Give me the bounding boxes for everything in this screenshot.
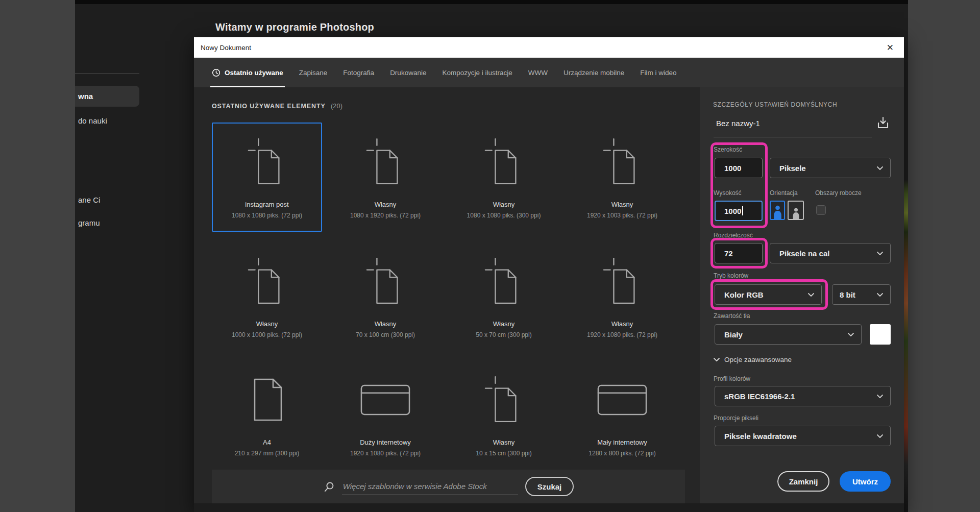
height-input[interactable]: 1000 [715, 201, 763, 221]
stock-search-input[interactable] [342, 478, 518, 495]
preset-size: 10 x 15 cm (300 ppi) [476, 450, 531, 457]
tab-label: Kompozycje i ilustracje [442, 69, 512, 77]
chevron-down-icon [877, 434, 883, 438]
dialog-bottom-band [194, 503, 904, 512]
preset-size: 1000 x 1000 piks. (72 ppi) [232, 331, 302, 338]
custom-document-icon [484, 257, 523, 305]
bit-depth-value: 8 bit [840, 290, 855, 299]
tab-label: Zapisane [299, 69, 328, 77]
close-dialog-button[interactable]: Zamknij [777, 471, 829, 492]
settings-panel: SZCZEGÓŁY USTAWIEŃ DOMYŚLNYCH Bez nazwy-… [700, 87, 904, 512]
resolution-label: Rozdzielczość [714, 232, 753, 239]
preset-card[interactable]: Własny 1080 x 1920 piks. (72 ppi) [330, 123, 440, 232]
preset-size: 50 x 70 cm (300 ppi) [476, 331, 531, 338]
document-icon [252, 378, 282, 421]
text-cursor [742, 206, 743, 215]
tab-recent[interactable]: Ostatnio używane [212, 58, 283, 87]
color-mode-dropdown[interactable]: Kolor RGB [715, 284, 822, 305]
tab-mobile[interactable]: Urządzenie mobilne [564, 58, 624, 87]
preset-card[interactable]: Duży internetowy 1920 x 1080 piks. (72 p… [330, 360, 440, 470]
preset-card[interactable]: Własny 1080 x 1080 piks. (300 ppi) [449, 123, 559, 232]
preset-size: 1920 x 1080 piks. (72 ppi) [350, 450, 421, 457]
background-color-swatch[interactable] [870, 324, 891, 345]
screen-icon [597, 384, 647, 416]
sidebar-item-shared[interactable]: ane Ci [78, 196, 100, 204]
orientation-landscape-button[interactable] [788, 201, 804, 220]
custom-document-icon [366, 138, 405, 186]
document-name-underline [714, 137, 872, 137]
color-profile-dropdown[interactable]: sRGB IEC61966-2.1 [715, 386, 891, 406]
sidebar-item-learn[interactable]: do nauki [78, 116, 107, 125]
custom-document-icon [366, 257, 405, 305]
background-dropdown[interactable]: Biały [715, 324, 862, 345]
document-name-field[interactable]: Bez nazwy-1 [716, 119, 760, 128]
orientation-label: Orientacja [770, 189, 798, 197]
preset-name: Własny [611, 201, 633, 208]
custom-document-icon [484, 138, 523, 186]
preset-card[interactable]: Własny 10 x 15 cm (300 ppi) [449, 360, 559, 470]
pixel-ratio-dropdown[interactable]: Piksele kwadratowe [715, 426, 891, 446]
window-top-strip [75, 0, 908, 4]
chevron-down-icon [877, 252, 883, 255]
tab-label: Film i wideo [640, 69, 676, 77]
search-icon [323, 481, 335, 493]
preset-card[interactable]: Własny 980 x 512 piks. (72 ppi) [567, 123, 677, 232]
preset-card[interactable]: Własny 70 x 100 cm (300 ppi) [330, 242, 440, 351]
custom-document-icon [603, 257, 642, 305]
tab-label: Drukowanie [390, 69, 426, 77]
tab-web[interactable]: WWW [528, 58, 548, 87]
resolution-input[interactable]: 72 [715, 243, 763, 263]
tab-photo[interactable]: Fotografia [343, 58, 374, 87]
custom-document-icon [603, 138, 642, 186]
save-preset-icon[interactable] [876, 116, 890, 130]
preset-card[interactable]: Własny 1920 x 1080 piks. (72 ppi) [567, 242, 677, 351]
orientation-portrait-button[interactable] [770, 201, 785, 220]
preset-card[interactable]: instagram post 1080 x 1080 piks. (72 ppi… [212, 123, 322, 232]
preset-card[interactable]: Własny 50 x 70 cm (300 ppi) [449, 242, 559, 351]
close-icon[interactable]: ✕ [887, 43, 894, 52]
sidebar-item-home[interactable]: wna [75, 86, 139, 107]
chevron-down-icon [714, 358, 720, 361]
create-button[interactable]: Utwórz [840, 471, 891, 492]
tab-saved[interactable]: Zapisane [299, 58, 328, 87]
artboards-checkbox[interactable] [816, 205, 826, 215]
height-value: 1000 [724, 207, 741, 215]
color-profile-value: sRGB IEC61966-2.1 [724, 392, 795, 401]
preset-size: 70 x 100 cm (300 ppi) [356, 331, 415, 338]
tab-print[interactable]: Drukowanie [390, 58, 426, 87]
resolution-unit-value: Piksele na cal [779, 249, 829, 258]
preset-card[interactable]: A4 210 x 297 mm (300 ppi) [212, 360, 322, 470]
preset-name: Własny [493, 320, 515, 328]
preset-name: Własny [493, 201, 515, 208]
presets-heading: OSTATNIO UŻYWANE ELEMENTY (20) [212, 103, 342, 110]
color-profile-label: Profil kolorów [714, 375, 750, 382]
bit-depth-dropdown[interactable]: 8 bit [832, 284, 891, 305]
screen-icon [360, 384, 410, 416]
preset-size: 980 x 512 piks. (72 ppi) [587, 212, 657, 219]
dialog-tabbar: Ostatnio używane Zapisane Fotografia Dru… [194, 58, 904, 87]
sidebar-item-lightroom[interactable]: gramu [78, 218, 100, 227]
stock-search-bar: Szukaj [212, 470, 685, 503]
custom-document-icon [484, 376, 523, 424]
tab-art-illustration[interactable]: Kompozycje i ilustracje [442, 58, 512, 87]
sidebar-divider [75, 73, 139, 74]
dialog-title: Nowy Dokument [201, 44, 251, 52]
resolution-unit-dropdown[interactable]: Piksele na cal [770, 243, 891, 263]
chevron-down-icon [877, 166, 883, 170]
width-input[interactable]: 1000 [715, 158, 763, 178]
preset-size: 1080 x 1920 piks. (72 ppi) [350, 212, 421, 219]
custom-document-icon [248, 257, 286, 305]
tab-label: Urządzenie mobilne [564, 69, 624, 77]
welcome-title: Witamy w programie Photoshop [215, 21, 374, 33]
search-button[interactable]: Szukaj [525, 477, 574, 496]
tab-film-video[interactable]: Film i wideo [640, 58, 676, 87]
advanced-options-toggle[interactable]: Opcje zaawansowane [714, 356, 792, 363]
width-value: 1000 [724, 164, 741, 173]
unit-dropdown[interactable]: Piksele [770, 158, 891, 178]
resolution-value: 72 [724, 249, 733, 258]
preset-card[interactable]: Własny 1000 x 1000 piks. (72 ppi) [212, 242, 322, 351]
preset-card[interactable]: Mały internetowy 1280 x 800 piks. (72 pp… [567, 360, 677, 470]
chevron-down-icon [877, 395, 883, 398]
unit-value: Piksele [779, 164, 806, 173]
portrait-person-icon [773, 205, 782, 219]
